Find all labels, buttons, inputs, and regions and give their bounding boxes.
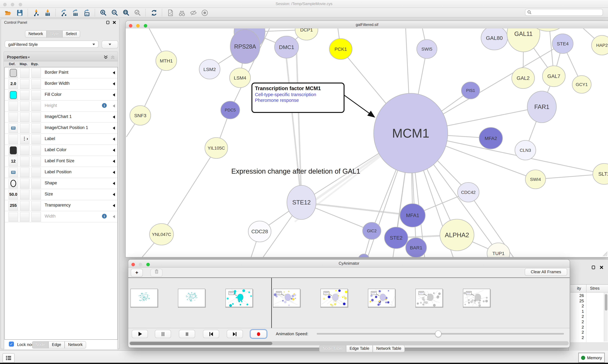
timeline-scrollbar[interactable]	[129, 341, 569, 345]
expand-property-icon[interactable]	[113, 127, 115, 130]
def-cell[interactable]	[9, 168, 18, 177]
float-panel-icon[interactable]	[106, 21, 110, 24]
table-row[interactable]: 2	[572, 330, 584, 335]
def-cell[interactable]	[9, 179, 18, 188]
expand-property-icon[interactable]	[113, 149, 115, 152]
network-node-gic2[interactable]: GIC2	[363, 222, 381, 239]
network-node-mth1[interactable]: MTH1	[156, 51, 177, 71]
close-panel-icon[interactable]	[112, 21, 116, 24]
def-cell[interactable]	[9, 212, 18, 222]
skip-start-button[interactable]	[203, 330, 219, 338]
expand-property-icon[interactable]	[113, 82, 115, 85]
panel-menu-button[interactable]	[2, 353, 14, 363]
def-cell[interactable]: 50.0	[9, 190, 18, 200]
annotation-link[interactable]: Pheromone response	[255, 98, 341, 103]
map-cell[interactable]	[20, 79, 29, 89]
property-row-border-width[interactable]: 2.0Border Width	[5, 78, 117, 90]
zoom-in-icon[interactable]	[99, 9, 107, 17]
table-row[interactable]: 2	[572, 314, 584, 319]
network-node-mfa2[interactable]: MFA2	[479, 128, 503, 149]
map-cell[interactable]	[20, 145, 29, 155]
expand-property-icon[interactable]	[113, 93, 115, 96]
network-node-far1[interactable]: FAR1	[527, 91, 556, 123]
frame-thumbnail-1[interactable]	[178, 289, 205, 307]
table-column-headers[interactable]: ityStres	[570, 285, 608, 293]
network-node-mfa1[interactable]: MFA1	[400, 204, 425, 227]
tab-style[interactable]: Style	[47, 30, 62, 38]
byp-cell[interactable]	[31, 68, 41, 78]
annotation-link[interactable]: Cell-type-specific transcription	[255, 92, 341, 97]
network-node-dmc1[interactable]: DMC1	[275, 36, 299, 58]
tab-edge[interactable]: Edge	[48, 341, 65, 349]
network-node-alpha2[interactable]: ALPHA2	[440, 219, 474, 251]
map-cell[interactable]	[20, 212, 29, 222]
zoom-out-icon[interactable]	[111, 9, 119, 17]
tab-network[interactable]: Network	[25, 30, 47, 38]
byp-cell[interactable]	[31, 134, 41, 144]
map-cell[interactable]	[20, 179, 29, 188]
expand-property-icon[interactable]	[113, 171, 115, 174]
table-row[interactable]: 26	[572, 293, 584, 298]
expand-property-icon[interactable]	[113, 182, 115, 185]
network-node-ste4[interactable]: STE4	[552, 34, 573, 53]
frame-thumbnail-0[interactable]	[130, 289, 158, 307]
minimize-window-icon[interactable]	[136, 24, 140, 27]
expand-property-icon[interactable]	[113, 71, 115, 74]
def-cell[interactable]	[9, 68, 18, 78]
tab-node-table[interactable]: Node Table	[319, 345, 346, 352]
record-button[interactable]	[250, 330, 267, 338]
close-window-icon[interactable]	[129, 24, 132, 27]
eye-off-icon[interactable]	[189, 9, 197, 17]
property-row-size[interactable]: 50.0Size	[5, 189, 117, 200]
def-cell[interactable]: 12	[9, 156, 18, 166]
expand-property-icon[interactable]	[113, 138, 115, 141]
property-row-shape[interactable]: Shape	[5, 178, 117, 189]
byp-cell[interactable]	[31, 201, 41, 211]
network-node-dcp1[interactable]: DCP1	[295, 28, 318, 40]
session-doc-icon[interactable]	[166, 9, 175, 17]
property-row-transparency[interactable]: 255Transparency	[5, 200, 117, 211]
lock-size-checkbox[interactable]: ✓	[9, 341, 14, 347]
byp-cell[interactable]	[31, 123, 41, 133]
byp-cell[interactable]	[31, 190, 41, 200]
network-node-cln3[interactable]: CLN3	[515, 140, 536, 160]
property-row-width[interactable]: Widthi	[5, 211, 117, 222]
slider-handle[interactable]	[435, 330, 441, 337]
info-icon[interactable]: i	[102, 103, 107, 108]
export-table-icon[interactable]	[71, 9, 80, 17]
table-row[interactable]: 2	[572, 304, 584, 308]
network-canvas[interactable]: DCP1RPS28ADMC1PCK1MTH1LSM2LSM4SWI5GAL80G…	[126, 28, 608, 257]
pause-button[interactable]	[155, 330, 171, 338]
network-node-gal2[interactable]: GAL2	[512, 68, 535, 89]
annotation-box[interactable]: Transcription factor MCM1 Cell-type-spec…	[251, 83, 345, 113]
byp-cell[interactable]	[31, 212, 41, 222]
style-selector-dropdown[interactable]: galFiltered Style	[5, 40, 98, 48]
map-cell[interactable]	[20, 68, 29, 78]
network-window-titlebar[interactable]: galFiltered.sif	[126, 21, 608, 29]
frame-thumbnail-6[interactable]	[415, 289, 443, 307]
network-node-gal7[interactable]: GAL7	[542, 66, 565, 87]
export-image-icon[interactable]	[83, 9, 91, 17]
network-node-ste12[interactable]: STE12	[287, 185, 316, 220]
zoom-window-icon[interactable]	[144, 24, 147, 27]
import-network-icon[interactable]	[32, 9, 40, 17]
table-row[interactable]: 25	[572, 298, 584, 303]
eye-icon[interactable]	[200, 9, 209, 17]
def-cell[interactable]: 2.0	[9, 79, 18, 89]
network-node-bar1[interactable]: BAR1	[406, 238, 427, 257]
byp-cell[interactable]	[31, 101, 41, 111]
frame-thumbnail-3[interactable]	[273, 289, 300, 307]
import-table-icon[interactable]	[43, 9, 52, 17]
map-cell[interactable]	[20, 101, 29, 111]
info-icon[interactable]: i	[102, 214, 107, 219]
network-node-yil105c[interactable]: YIL105C	[205, 138, 228, 158]
network-node-rps28a[interactable]: RPS28A	[230, 29, 260, 64]
network-node-lsm4[interactable]: LSM4	[230, 68, 250, 88]
network-node-lsm2[interactable]: LSM2	[199, 59, 220, 79]
def-cell[interactable]	[9, 123, 18, 133]
def-cell[interactable]: 255	[9, 201, 18, 211]
tab-select[interactable]: Select	[62, 30, 80, 38]
zoom-selected-icon[interactable]	[133, 9, 141, 17]
map-cell[interactable]	[20, 112, 29, 122]
byp-cell[interactable]	[31, 90, 41, 100]
